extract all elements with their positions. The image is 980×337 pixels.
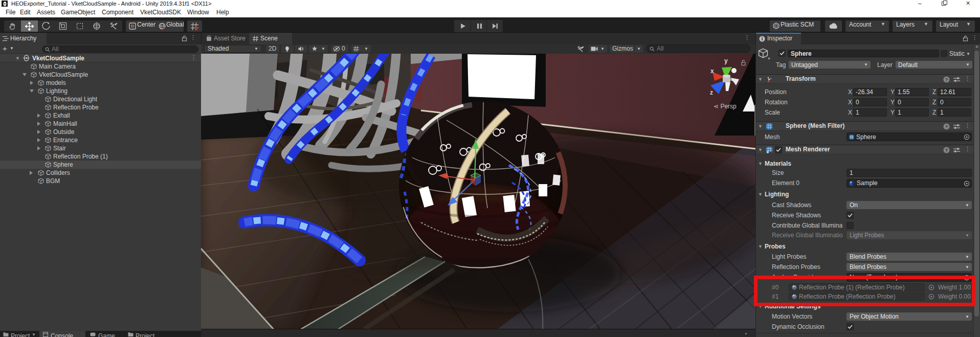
svg-text:Directional Light: Directional Light: [53, 96, 98, 103]
svg-text:Main Camera: Main Camera: [39, 63, 76, 70]
svg-text:VketCloudSample: VketCloudSample: [39, 71, 88, 78]
svg-text:Lighting: Lighting: [46, 87, 68, 95]
svg-text:?: ?: [945, 148, 948, 153]
svg-text:?: ?: [945, 124, 948, 129]
svg-text:Outside: Outside: [53, 128, 75, 136]
svg-text:z: z: [710, 89, 713, 96]
svg-text:Reflection Probe (1): Reflection Probe (1): [53, 153, 108, 160]
svg-text:y: y: [724, 57, 728, 64]
svg-text:⋖ Persp: ⋖ Persp: [714, 103, 737, 110]
svg-text:?: ?: [945, 77, 948, 82]
svg-text:Sphere: Sphere: [53, 161, 73, 168]
svg-text:Stair: Stair: [53, 145, 66, 152]
svg-text:BGM: BGM: [46, 177, 60, 185]
svg-text:MainHall: MainHall: [53, 120, 77, 127]
svg-text:Exhall: Exhall: [53, 112, 70, 119]
svg-text:Entrance: Entrance: [53, 137, 78, 144]
svg-text:models: models: [46, 79, 66, 86]
svg-text:x: x: [710, 68, 714, 75]
svg-text:Colliders: Colliders: [46, 169, 70, 176]
svg-text:Reflection Probe: Reflection Probe: [53, 104, 99, 111]
